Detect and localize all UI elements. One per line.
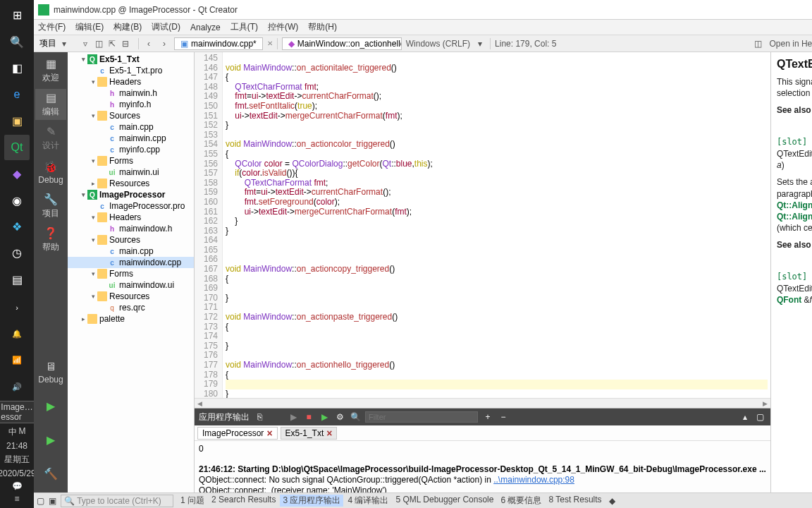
- output-play-icon[interactable]: ▶: [288, 411, 299, 423]
- expand-icon[interactable]: ›: [4, 295, 30, 320]
- tree-item[interactable]: ▾QImageProcessor: [68, 189, 194, 200]
- tree-item[interactable]: ▾Resources: [68, 291, 194, 302]
- status-item[interactable]: 1 问题: [178, 495, 207, 507]
- filter-icon[interactable]: ▿: [80, 38, 91, 49]
- menu-item[interactable]: 控件(W): [268, 21, 298, 33]
- explorer-icon[interactable]: ▣: [4, 109, 30, 133]
- tree-item[interactable]: ▾QEx5-1_Txt: [68, 54, 194, 65]
- scroll-left-icon[interactable]: ◀: [195, 400, 204, 407]
- status-next-icon[interactable]: ◆: [609, 496, 615, 506]
- tree-item[interactable]: cmainwindow.cpp: [68, 257, 194, 268]
- code-area[interactable]: void MainWindow::on_actionitalec_trigger…: [223, 52, 770, 398]
- rail-help[interactable]: ❓帮助: [35, 224, 66, 255]
- edge-icon[interactable]: e: [4, 82, 30, 107]
- tree-item[interactable]: ▸Resources: [68, 178, 194, 189]
- tree-item[interactable]: uimainwin.ui: [68, 167, 194, 178]
- scroll-right-icon[interactable]: ▶: [761, 400, 770, 407]
- output-step-icon[interactable]: ▶: [319, 411, 330, 423]
- tray-net-icon[interactable]: 📶: [4, 348, 30, 373]
- misc-icon[interactable]: ❖: [4, 214, 30, 239]
- search-icon[interactable]: 🔍: [4, 29, 30, 54]
- misc2-icon[interactable]: ▤: [4, 267, 30, 292]
- encoding-dropdown-icon[interactable]: ▾: [474, 38, 486, 49]
- status-item[interactable]: 2 Search Results: [209, 495, 278, 507]
- collapse-icon[interactable]: ⊟: [120, 38, 131, 49]
- task-app-1[interactable]: ◧: [4, 56, 30, 80]
- status-collapse-icon[interactable]: ▣: [49, 496, 56, 506]
- vs-icon[interactable]: ◆: [4, 162, 30, 186]
- tree-item[interactable]: ▾Headers: [68, 212, 194, 223]
- tree-item[interactable]: cmain.cpp: [68, 246, 194, 257]
- status-item[interactable]: 8 Test Results: [546, 495, 604, 507]
- qtcreator-icon[interactable]: Qt: [4, 135, 30, 159]
- h-scrollbar[interactable]: ◀ ▶: [195, 398, 770, 408]
- status-item[interactable]: 4 编译输出: [345, 495, 391, 507]
- rail-projects[interactable]: 🔧项目: [35, 190, 66, 222]
- output-stop-icon[interactable]: ■: [303, 411, 314, 423]
- nav-fwd-icon[interactable]: ›: [159, 38, 170, 49]
- rail-debug[interactable]: 🐞Debug: [35, 157, 66, 188]
- breadcrumb[interactable]: ◆ MainWindow::on_actionhello_t…: [282, 37, 402, 50]
- rail-edit[interactable]: ▤编辑: [35, 89, 66, 120]
- tree-item[interactable]: ▾Sources: [68, 234, 194, 246]
- rail-welcome[interactable]: ▦欢迎: [35, 55, 66, 86]
- tree-item[interactable]: ▾Forms: [68, 268, 194, 279]
- tree-item[interactable]: hmyinfo.h: [68, 99, 194, 110]
- tree-item[interactable]: qres.qrc: [68, 302, 194, 313]
- nav-back-icon[interactable]: ‹: [143, 38, 154, 49]
- tree-item[interactable]: ▾Forms: [68, 155, 194, 167]
- rail-design[interactable]: ✎设计: [35, 123, 66, 154]
- menu-item[interactable]: 构建(B): [113, 21, 142, 33]
- rail-debug-run[interactable]: ▶: [35, 425, 66, 456]
- tab-close-icon[interactable]: ×: [266, 430, 272, 437]
- link-icon[interactable]: ⇱: [106, 38, 118, 49]
- output-tab[interactable]: Ex5-1_Txt×: [281, 427, 338, 440]
- status-item[interactable]: 6 概要信息: [498, 495, 544, 507]
- clock-icon[interactable]: ◷: [4, 241, 30, 265]
- help-mode-label[interactable]: Open in Help Mode: [770, 39, 812, 49]
- file-tab[interactable]: ▣ mainwindow.cpp*: [174, 37, 263, 50]
- menu-item[interactable]: 编辑(E): [75, 21, 104, 33]
- tree-item[interactable]: ▸palette: [68, 313, 194, 325]
- tree-item[interactable]: cmainwin.cpp: [68, 133, 194, 144]
- output-close-icon[interactable]: ▢: [755, 411, 766, 423]
- help-link-qfont[interactable]: QFont: [777, 295, 801, 305]
- status-item[interactable]: 3 应用程序输出: [280, 495, 343, 507]
- locate-input[interactable]: 🔍 Type to locate (Ctrl+K): [61, 495, 173, 507]
- win-desktop-icon[interactable]: ≡: [15, 494, 20, 504]
- output-attach-icon[interactable]: ⎘: [254, 411, 265, 423]
- ime-m[interactable]: M: [19, 426, 26, 438]
- split-h-icon[interactable]: ◫: [753, 38, 764, 49]
- file-tab-close[interactable]: ✕: [267, 40, 273, 47]
- help-pane[interactable]: QTextEdit::selectionChanged() This signa…: [770, 52, 812, 492]
- ime-zh[interactable]: 中: [8, 426, 17, 438]
- split-icon[interactable]: ◫: [93, 38, 104, 49]
- tree-item[interactable]: ▾Sources: [68, 110, 194, 121]
- tray-vol-icon[interactable]: 🔊: [4, 375, 30, 399]
- tree-item[interactable]: cImageProcessor.pro: [68, 200, 194, 212]
- tree-item[interactable]: ▾Headers: [68, 76, 194, 87]
- output-link[interactable]: ..\mainwindow.cpp:98: [493, 475, 574, 485]
- output-gear-icon[interactable]: ⚙: [334, 411, 345, 423]
- rail-run[interactable]: ▶: [35, 391, 66, 422]
- menu-item[interactable]: 工具(T): [230, 21, 258, 33]
- filter-icon-2[interactable]: 🔍: [350, 411, 361, 423]
- win-notif-icon[interactable]: 💬: [12, 481, 23, 491]
- tree-item[interactable]: cmyinfo.cpp: [68, 144, 194, 155]
- tree-item[interactable]: cEx5-1_Txt.pro: [68, 65, 194, 76]
- tree-item[interactable]: cmain.cpp: [68, 121, 194, 133]
- tree-item[interactable]: hmainwin.h: [68, 87, 194, 99]
- clock-time[interactable]: 21:48: [6, 441, 27, 451]
- output-plus-icon[interactable]: +: [482, 411, 493, 423]
- tray-notif-icon[interactable]: 🔔: [4, 322, 30, 346]
- menu-item[interactable]: 调试(D): [152, 21, 180, 33]
- encoding-label[interactable]: Windows (CRLF): [406, 39, 470, 49]
- status-item[interactable]: 5 QML Debugger Console: [393, 495, 496, 507]
- chrome-icon[interactable]: ◉: [4, 188, 30, 212]
- output-minus-icon[interactable]: −: [498, 411, 509, 423]
- output-body[interactable]: 0 21:46:12: Starting D:\blog\QtSpace\Ima…: [195, 441, 770, 492]
- menu-item[interactable]: 帮助(H): [308, 21, 337, 33]
- rail-kit[interactable]: 🖥Debug: [35, 357, 66, 388]
- output-up-icon[interactable]: ▴: [739, 411, 751, 423]
- start-icon[interactable]: ⊞: [4, 3, 30, 28]
